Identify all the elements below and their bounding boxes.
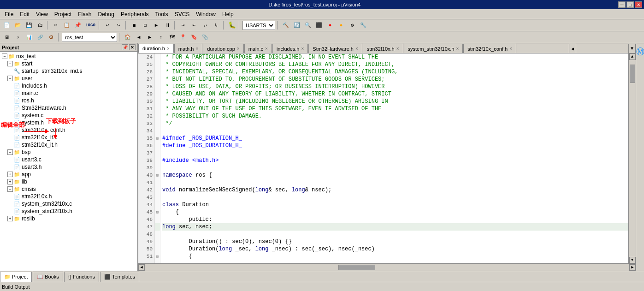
step-btn[interactable]: ● bbox=[336, 21, 346, 30]
save-all-button[interactable]: 🗂 bbox=[35, 21, 45, 30]
build-btn[interactable]: 🔨 bbox=[281, 21, 291, 30]
tree-item-usart3-c[interactable]: 📄 usart3.c bbox=[0, 156, 137, 163]
scroll-down-button[interactable]: ▼ bbox=[629, 257, 636, 263]
tab-close-system-stm32-h[interactable]: × bbox=[456, 46, 459, 51]
tree-item-includes-h[interactable]: 📄 Includes.h bbox=[0, 82, 137, 89]
code-area[interactable]: 24 25 26 27 28 29 30 31 32 33 34 35 36 3… bbox=[138, 53, 628, 263]
tree-toggle-roslib[interactable]: + bbox=[7, 216, 13, 221]
close-button[interactable]: ✕ bbox=[635, 1, 642, 8]
menu-edit[interactable]: Edit bbox=[17, 10, 32, 18]
tree-item-cmsis[interactable]: − 📁 cmsis bbox=[0, 185, 137, 193]
tree-toggle-user[interactable]: − bbox=[7, 76, 13, 81]
tab-main-c[interactable]: main.c × bbox=[244, 44, 272, 53]
tree-item-main-c[interactable]: 📄 main.c bbox=[0, 89, 137, 97]
panel-header-buttons[interactable]: 📌 ✕ bbox=[122, 44, 136, 50]
fold-marker-45[interactable]: ⊟ bbox=[155, 208, 160, 216]
redo-button[interactable]: ↪ bbox=[113, 21, 124, 30]
tree-toggle-bsp[interactable]: − bbox=[7, 149, 13, 155]
extra-btn[interactable]: 🔧 bbox=[358, 21, 368, 30]
open-file-button[interactable]: 📂 bbox=[13, 21, 23, 30]
btn1[interactable]: ◼ bbox=[129, 21, 139, 30]
target-dropdown[interactable]: USARTS bbox=[242, 21, 275, 30]
tb2-btn9[interactable]: ↑ bbox=[156, 33, 166, 42]
project-dropdown[interactable]: ros_test bbox=[62, 33, 117, 42]
tree-item-stm32f10x-h2[interactable]: 📄 stm32f10x.h bbox=[0, 193, 137, 200]
stop-btn[interactable]: ⬛ bbox=[314, 21, 324, 30]
menu-file[interactable]: File bbox=[2, 10, 16, 18]
tab-close-stm32conf-h[interactable]: × bbox=[509, 46, 512, 51]
h-scroll-thumb[interactable] bbox=[338, 265, 375, 270]
tab-nav-right[interactable]: ▼ bbox=[628, 44, 636, 53]
tree-item-user[interactable]: − 📁 user bbox=[0, 75, 137, 82]
minimize-button[interactable]: ─ bbox=[618, 1, 626, 8]
tb2-btn7[interactable]: ◀ bbox=[134, 33, 144, 42]
tree-item-lib[interactable]: + 📁 lib bbox=[0, 178, 137, 185]
tree-item-stm32it-h[interactable]: 📄 stm32f10x_it.h bbox=[0, 141, 137, 148]
menu-tools[interactable]: Tools bbox=[153, 10, 171, 18]
indent-btn[interactable]: ⇥ bbox=[178, 21, 188, 30]
menu-svcs[interactable]: SVCS bbox=[172, 10, 193, 18]
tree-toggle-app[interactable]: + bbox=[7, 172, 13, 177]
tab-nav-left[interactable]: ◀ bbox=[569, 44, 576, 53]
settings-btn[interactable]: ⚙ bbox=[347, 21, 357, 30]
tb2-btn11[interactable]: 📍 bbox=[178, 33, 188, 42]
menu-project[interactable]: Project bbox=[52, 10, 74, 18]
menu-view[interactable]: View bbox=[33, 10, 51, 18]
tree-item-system-stm32-h[interactable]: 📄 system_stm32f10x.h bbox=[0, 208, 137, 215]
tab-close-main-c[interactable]: × bbox=[265, 46, 268, 51]
indent2-btn[interactable]: ↵ bbox=[200, 21, 210, 30]
tb2-btn4[interactable]: 🔗 bbox=[35, 33, 45, 42]
code-content[interactable]: * FOR A PARTICULAR PURPOSE ARE DISCLAIME… bbox=[160, 53, 628, 263]
tab-includes-h[interactable]: includes.h × bbox=[272, 44, 308, 53]
paste-button[interactable]: 📌 bbox=[73, 21, 83, 30]
tree-area[interactable]: − 📁 ros_test − 📁 start 🔧 startup_stm32f1… bbox=[0, 52, 137, 271]
h-scrollbar[interactable]: ◀ ▶ bbox=[138, 263, 636, 271]
tb2-btn2[interactable]: ⚡ bbox=[13, 33, 23, 42]
menu-flash[interactable]: Flash bbox=[75, 10, 94, 18]
tree-item-start[interactable]: − 📁 start bbox=[0, 60, 137, 67]
tb2-btn8[interactable]: ▶ bbox=[145, 33, 155, 42]
tab-close-stm32f10x-h[interactable]: × bbox=[396, 46, 399, 51]
tb2-btn1[interactable]: 🖥 bbox=[2, 33, 12, 42]
maximize-button[interactable]: □ bbox=[626, 1, 634, 8]
tree-item-ros_test[interactable]: − 📁 ros_test bbox=[0, 53, 137, 60]
tab-system-stm32-h[interactable]: system_stm32f10x.h × bbox=[404, 44, 463, 53]
bottom-tab-project[interactable]: 📁 Project bbox=[0, 272, 32, 282]
tab-close-duration-h[interactable]: × bbox=[167, 46, 170, 51]
tab-close-duration-cpp[interactable]: × bbox=[237, 46, 240, 51]
tree-item-stm32conf[interactable]: 📄 stm32f10x_conf.h bbox=[0, 126, 137, 134]
tb2-btn5[interactable]: ⚙ bbox=[46, 33, 56, 42]
logo-button[interactable]: LOGO bbox=[84, 21, 97, 30]
fold-marker-35[interactable]: ⊟ bbox=[155, 135, 160, 142]
scroll-track[interactable] bbox=[629, 60, 636, 257]
tb2-btn12[interactable]: 🔖 bbox=[189, 33, 199, 42]
tree-toggle-cmsis[interactable]: − bbox=[7, 186, 13, 192]
tb2-btn3[interactable]: 📊 bbox=[24, 33, 34, 42]
fold-marker-40[interactable]: ⊟ bbox=[155, 172, 160, 179]
tree-toggle-start[interactable]: − bbox=[7, 61, 13, 66]
menu-help[interactable]: Help bbox=[219, 10, 236, 18]
run-btn[interactable]: ● bbox=[325, 21, 335, 30]
tree-item-ros-h[interactable]: 📄 ros.h bbox=[0, 97, 137, 104]
search-btn[interactable]: 🔍 bbox=[303, 21, 313, 30]
bottom-tab-functions[interactable]: {} Functions bbox=[64, 272, 99, 282]
v-scrollbar[interactable]: ▲ ▼ bbox=[628, 53, 636, 263]
h-scroll-track[interactable] bbox=[145, 264, 629, 271]
bottom-tab-books[interactable]: 📖 Books bbox=[33, 272, 63, 282]
save-button[interactable]: 💾 bbox=[24, 21, 34, 30]
debug-icon[interactable]: 🐛 bbox=[227, 21, 237, 30]
tab-stm32conf-h[interactable]: stm32f10x_conf.h × bbox=[463, 44, 516, 53]
outdent-btn[interactable]: ⇤ bbox=[189, 21, 199, 30]
menu-window[interactable]: Window bbox=[193, 10, 219, 18]
panel-close-button[interactable]: ✕ bbox=[129, 44, 136, 50]
h-scroll-right-button[interactable]: ▶ bbox=[629, 264, 636, 271]
tab-close-includes-h[interactable]: × bbox=[301, 46, 304, 51]
tb2-btn10[interactable]: 🗺 bbox=[167, 33, 177, 42]
tree-item-system-stm32-c[interactable]: 📄 system_stm32f10x.c bbox=[0, 200, 137, 208]
tree-item-startup[interactable]: 🔧 startup_stm32f10x_md.s bbox=[0, 67, 137, 75]
cut-button[interactable]: ✂ bbox=[51, 21, 61, 30]
tree-item-usart3-h[interactable]: 📄 usart3.h bbox=[0, 163, 137, 171]
copy-button[interactable]: 📋 bbox=[62, 21, 72, 30]
tree-toggle-ros_test[interactable]: − bbox=[2, 53, 7, 59]
bottom-tab-templates[interactable]: ⬛ Templates bbox=[100, 272, 139, 282]
